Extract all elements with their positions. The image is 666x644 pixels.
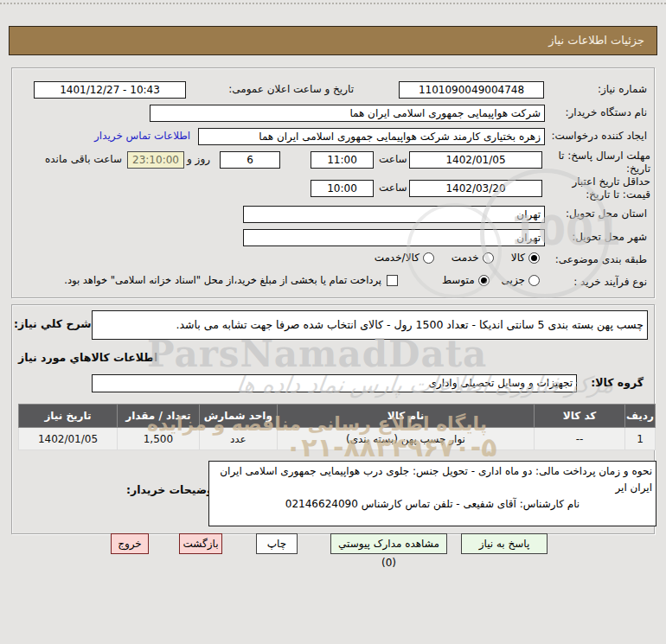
request-creator-label: ایجاد کننده درخواست: xyxy=(551,130,647,142)
need-info-panel: شماره نیاز: 1101090049004748 تاریخ و ساع… xyxy=(11,67,655,298)
delivery-city-label: شهر محل تحویل: xyxy=(572,231,647,243)
exit-button[interactable]: خروج xyxy=(111,533,149,554)
cell-need-date: 1402/01/05 xyxy=(19,428,118,450)
top-dotted-divider xyxy=(0,3,666,4)
radio-service-icon[interactable] xyxy=(483,252,494,264)
print-button[interactable]: چاپ xyxy=(256,533,298,554)
cell-quantity: 1,500 xyxy=(117,428,199,450)
goods-group-field[interactable]: تجهیزات و وسایل تحصیلی واداری xyxy=(92,374,577,392)
need-details-page: جزئیات اطلاعات نیاز شماره نیاز: 11010900… xyxy=(0,0,666,644)
radio-goods-icon[interactable] xyxy=(528,252,540,264)
buyer-notes-line1: نحوه و زمان پرداخت مالی: دو ماه اداری - … xyxy=(213,463,652,496)
goods-section-heading: اطلاعات کالاهاي مورد نیاز xyxy=(18,351,157,364)
reply-deadline-date-field[interactable]: 1402/01/05 xyxy=(409,151,542,169)
col-unit: واحد شمارش xyxy=(199,405,277,428)
col-need-date: تاریخ نیاز xyxy=(19,405,118,428)
classification-radio-group: کالا خدمت کالا/خدمت xyxy=(375,252,540,264)
view-attachments-button[interactable]: مشاهده مدارک پیوستي (0) xyxy=(330,533,447,554)
radio-option-goods-service[interactable]: کالا/خدمت xyxy=(375,252,434,264)
radio-goods-service-label: کالا/خدمت xyxy=(375,252,419,264)
back-button[interactable]: بازگشت xyxy=(179,533,222,554)
need-desc-label: شرح کلي نیاز: xyxy=(14,317,91,330)
treasury-checkbox-row: پرداخت تمام یا بخشی از مبلغ خرید،از محل … xyxy=(31,274,398,286)
remaining-hours-label: ساعت باقی مانده xyxy=(45,153,122,165)
announce-datetime-field[interactable]: 1401/12/27 - 10:43 xyxy=(34,81,186,99)
buyer-notes-line2: نام کارشناس: آقای شفیعی - تلفن تماس کارش… xyxy=(213,496,652,513)
radio-medium-label: متوسط xyxy=(442,274,475,286)
goods-table-header-row: ردیف کد کالا نام کالا واحد شمارش تعداد /… xyxy=(19,405,656,428)
col-quantity: تعداد / مقدار xyxy=(117,405,199,428)
radio-medium-icon[interactable] xyxy=(478,275,490,286)
buyer-org-label: نام دستگاه خریدار: xyxy=(566,106,648,118)
process-type-label: نوع فرآیند خرید : xyxy=(573,276,647,288)
treasury-checkbox-label: پرداخت تمام یا بخشی از مبلغ خرید،از محل … xyxy=(64,274,381,286)
deadline-hour-label: ساعت xyxy=(379,153,407,165)
need-number-field[interactable]: 1101090049004748 xyxy=(399,81,544,99)
price-validity-date-field[interactable]: 1402/03/20 xyxy=(409,180,542,197)
page-title-bar: جزئیات اطلاعات نیاز xyxy=(9,26,657,55)
request-creator-field[interactable]: زهره بختیاری کارمند شرکت هواپیمایی جمهور… xyxy=(198,128,545,145)
buyer-notes-field[interactable]: نحوه و زمان پرداخت مالی: دو ماه اداری - … xyxy=(208,461,656,526)
treasury-checkbox[interactable] xyxy=(387,275,398,286)
goods-info-panel: شرح کلي نیاز: چسب پهن بسته بندی 5 سانتی … xyxy=(11,304,655,534)
cell-unit: عدد xyxy=(199,428,277,450)
delivery-city-field[interactable]: تهران xyxy=(243,229,545,246)
radio-option-goods[interactable]: کالا xyxy=(511,252,540,264)
need-number-label: شماره نیاز: xyxy=(598,83,647,95)
radio-goods-service-icon[interactable] xyxy=(423,252,434,264)
col-item-name: نام کالا xyxy=(277,405,534,428)
remaining-days-field[interactable]: 6 xyxy=(220,151,280,169)
delivery-province-field[interactable]: تهران xyxy=(243,206,545,223)
days-and-label: روز و xyxy=(187,153,210,165)
classification-label: طبقه بندی موضوعی: xyxy=(555,253,647,265)
cell-item-code: -- xyxy=(535,428,625,450)
remaining-hours-field: 23:10:00 xyxy=(127,151,184,169)
delivery-province-label: استان محل تحویل: xyxy=(566,207,647,220)
need-desc-field[interactable]: چسب پهن بسته بندی 5 سانتی اندیکا - تعداد… xyxy=(92,310,648,340)
radio-option-minor[interactable]: جزیی xyxy=(502,274,540,286)
radio-option-medium[interactable]: متوسط xyxy=(442,274,490,286)
page-title: جزئیات اطلاعات نیاز xyxy=(10,27,656,54)
radio-option-service[interactable]: خدمت xyxy=(451,252,494,264)
process-type-radio-group: جزیی متوسط xyxy=(442,274,540,286)
radio-service-label: خدمت xyxy=(451,252,479,264)
col-item-code: کد کالا xyxy=(535,405,625,428)
radio-minor-label: جزیی xyxy=(502,274,525,286)
goods-group-label: گروه کالا: xyxy=(591,376,644,389)
reply-to-need-button[interactable]: پاسخ به نیاز xyxy=(461,533,548,554)
reply-deadline-label: مهلت ارسال پاسخ: تا تاریخ: xyxy=(547,150,650,175)
buyer-org-field[interactable]: شرکت هواپیمایی جمهوری اسلامی ایران هما xyxy=(150,105,545,122)
radio-minor-icon[interactable] xyxy=(528,275,540,286)
buyer-notes-label: توضیحات خریدار: xyxy=(126,483,218,496)
table-row: 1 -- نوار چسب پهن (بسته بندی) عدد 1,500 … xyxy=(19,428,656,450)
validity-hour-label: ساعت xyxy=(379,182,407,194)
buyer-contact-link[interactable]: اطلاعات تماس خریدار xyxy=(94,130,190,142)
radio-goods-label: کالا xyxy=(511,252,525,264)
price-validity-time-field[interactable]: 10:00 xyxy=(311,180,374,197)
price-validity-label: حداقل تاریخ اعتبار قیمت: تا تاریخ: xyxy=(547,175,650,201)
cell-row-number: 1 xyxy=(625,428,656,450)
col-row-number: ردیف xyxy=(625,405,656,428)
cell-item-name: نوار چسب پهن (بسته بندی) xyxy=(277,428,534,450)
announce-datetime-label: تاریخ و ساعت اعلان عمومی: xyxy=(228,83,354,95)
goods-table: ردیف کد کالا نام کالا واحد شمارش تعداد /… xyxy=(18,404,656,450)
reply-deadline-time-field[interactable]: 11:00 xyxy=(311,151,374,169)
